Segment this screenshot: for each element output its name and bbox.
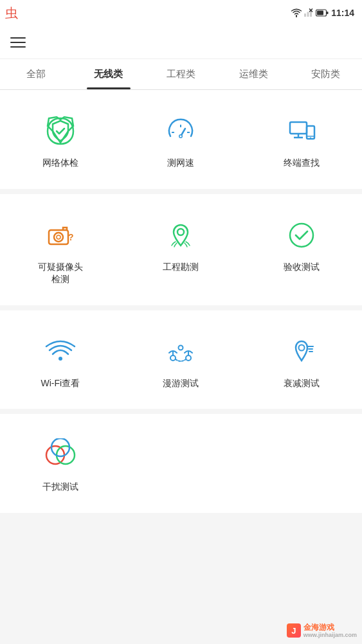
svg-point-32: [299, 344, 305, 350]
svg-point-21: [54, 233, 63, 242]
status-bar-right: 11:14: [291, 8, 354, 18]
svg-point-13: [180, 136, 182, 138]
watermark-logo: J: [287, 623, 301, 638]
speed-test-label: 测网速: [167, 157, 194, 170]
terminal-find-item[interactable]: 终端查找: [241, 103, 362, 183]
svg-rect-7: [327, 12, 329, 14]
section-1: 网络体检: [0, 90, 362, 189]
svg-point-25: [290, 224, 313, 247]
acceptance-test-item[interactable]: 验收测试: [241, 207, 362, 299]
grid-2: ? 可疑摄像头检测: [0, 207, 362, 299]
roaming-test-icon: [163, 334, 199, 370]
tab-security[interactable]: 安防类: [289, 59, 362, 89]
attenuation-test-item[interactable]: 衰减测试: [241, 323, 362, 403]
network-checkup-label: 网络体检: [42, 157, 78, 170]
network-checkup-item[interactable]: 网络体检: [0, 103, 121, 183]
tab-operations[interactable]: 运维类: [217, 59, 290, 89]
time-display: 11:14: [331, 8, 354, 18]
interference-test-icon: [42, 437, 78, 473]
wifi-status-icon: [291, 8, 302, 17]
menu-line-1: [10, 37, 26, 39]
terminal-find-icon: [284, 113, 320, 149]
svg-rect-14: [290, 122, 307, 134]
signal-status-icon: [303, 8, 314, 17]
section-2: ? 可疑摄像头检测: [0, 194, 362, 305]
svg-point-26: [59, 357, 62, 361]
interference-test-item[interactable]: 干扰测试: [0, 427, 121, 506]
survey-label: 工程勘测: [163, 261, 199, 274]
svg-point-27: [170, 355, 176, 361]
bug-icon: 虫: [5, 4, 18, 22]
speed-test-item[interactable]: 测网速: [121, 103, 242, 183]
grid-3: Wi-Fi查看: [0, 323, 362, 403]
menu-line-3: [10, 46, 26, 48]
section-4: 干扰测试: [0, 414, 362, 513]
watermark-url: www.jinhaijam.com: [303, 632, 357, 639]
wifi-view-icon: [42, 334, 78, 370]
speed-test-icon: [163, 113, 199, 149]
battery-status-icon: [316, 9, 329, 17]
wifi-view-label: Wi-Fi查看: [41, 377, 80, 390]
menu-line-2: [10, 42, 26, 43]
svg-rect-6: [317, 11, 323, 15]
tab-engineering[interactable]: 工程类: [145, 59, 217, 89]
svg-point-29: [186, 355, 191, 361]
status-icons: [291, 8, 329, 17]
terminal-find-label: 终端查找: [284, 157, 320, 170]
wifi-view-item[interactable]: Wi-Fi查看: [0, 323, 121, 403]
svg-point-24: [177, 229, 184, 235]
section-3: Wi-Fi查看: [0, 310, 362, 409]
attenuation-test-label: 衰减测试: [284, 377, 320, 390]
watermark: J 金海游戏 www.jinhaijam.com: [287, 623, 357, 639]
watermark-text: 金海游戏 www.jinhaijam.com: [303, 623, 357, 639]
svg-point-19: [310, 138, 311, 139]
status-bar-left: 虫: [5, 4, 18, 22]
svg-text:?: ?: [68, 232, 74, 242]
tab-bar: 全部 无线类 工程类 运维类 安防类: [0, 59, 362, 90]
camera-detect-icon: ?: [42, 217, 78, 253]
svg-rect-0: [304, 13, 306, 17]
grid-1: 网络体检: [0, 103, 362, 183]
acceptance-test-icon: [284, 217, 320, 253]
svg-rect-1: [307, 12, 309, 17]
attenuation-test-icon: [284, 334, 320, 370]
header: [0, 26, 362, 59]
camera-detect-item[interactable]: ? 可疑摄像头检测: [0, 207, 121, 299]
interference-test-label: 干扰测试: [42, 481, 78, 494]
svg-rect-17: [307, 126, 314, 139]
network-checkup-icon: [42, 113, 78, 149]
status-bar: 虫 11:14: [0, 0, 362, 26]
watermark-name: 金海游戏: [303, 623, 357, 632]
acceptance-test-label: 验收测试: [284, 261, 320, 274]
roaming-test-label: 漫游测试: [163, 377, 199, 390]
camera-detect-label: 可疑摄像头检测: [38, 261, 83, 286]
roaming-test-item[interactable]: 漫游测试: [121, 323, 242, 403]
svg-point-22: [57, 235, 60, 239]
content-area: 网络体检: [0, 90, 362, 643]
tab-wireless[interactable]: 无线类: [73, 59, 145, 89]
grid-4: 干扰测试: [0, 427, 362, 506]
survey-icon: [163, 217, 199, 253]
survey-item[interactable]: 工程勘测: [121, 207, 242, 299]
svg-point-31: [179, 345, 183, 350]
menu-button[interactable]: [10, 37, 26, 48]
tab-all[interactable]: 全部: [0, 59, 73, 89]
